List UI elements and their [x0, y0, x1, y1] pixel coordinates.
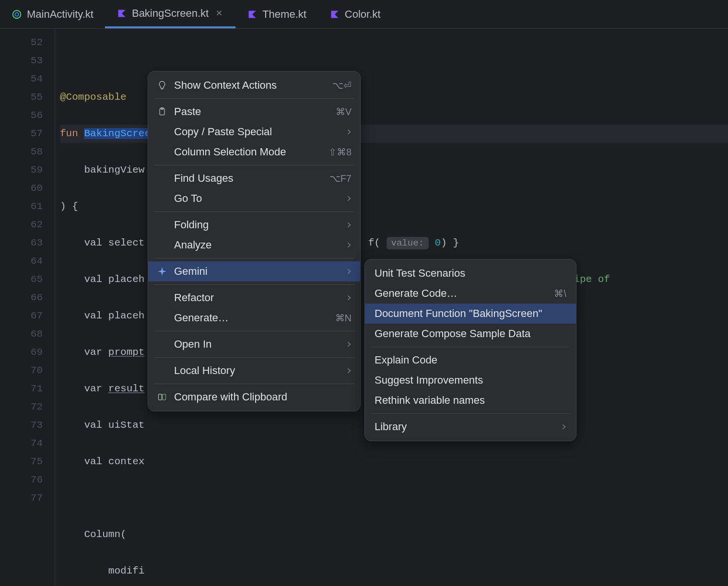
- menu-item-label: Local History: [174, 364, 340, 377]
- menu-item-label: Suggest Improvements: [375, 374, 566, 387]
- menu-item-show-context-actions[interactable]: Show Context Actions⌥⏎: [148, 75, 360, 95]
- menu-item-local-history[interactable]: Local History: [148, 361, 360, 381]
- menu-separator: [154, 258, 354, 258]
- line-number: 62: [0, 216, 43, 234]
- function-name: BakingScreen: [84, 128, 156, 139]
- menu-item-column-selection-mode[interactable]: Column Selection Mode⇧⌘8: [148, 142, 360, 162]
- menu-shortcut: ⌥⏎: [332, 80, 352, 91]
- menu-item-label: Show Context Actions: [174, 79, 326, 92]
- menu-item-label: Paste: [174, 105, 329, 118]
- tab-color[interactable]: Color.kt: [318, 0, 392, 28]
- line-number: 60: [0, 179, 43, 198]
- tab-label: Color.kt: [345, 8, 381, 21]
- clipboard-icon: [157, 106, 167, 117]
- annotation: @Composable: [60, 92, 127, 103]
- menu-item-label: Explain Code: [375, 354, 566, 366]
- line-number: 67: [0, 307, 43, 325]
- menu-item-analyze[interactable]: Analyze: [148, 235, 360, 255]
- tab-bakingscreen[interactable]: BakingScreen.kt: [105, 0, 235, 28]
- line-number: 69: [0, 343, 43, 362]
- line-number: 64: [0, 252, 43, 270]
- menu-item-label: Compare with Clipboard: [174, 391, 352, 403]
- line-number: 76: [0, 471, 43, 489]
- menu-item-library[interactable]: Library: [365, 417, 576, 437]
- menu-item-paste[interactable]: Paste⌘V: [148, 102, 360, 122]
- menu-item-label: Unit Test Scenarios: [375, 267, 566, 280]
- line-number: 74: [0, 434, 43, 453]
- close-icon[interactable]: [215, 9, 224, 18]
- menu-item-generate-code[interactable]: Generate Code…⌘\: [365, 283, 576, 304]
- menu-item-generate-compose-sample-data[interactable]: Generate Compose Sample Data: [365, 324, 576, 344]
- menu-item-label: Folding: [174, 219, 340, 231]
- menu-item-explain-code[interactable]: Explain Code: [365, 350, 576, 370]
- line-number-gutter: 5253545556575859606162636465666768697071…: [0, 29, 55, 586]
- line-number: 75: [0, 453, 43, 471]
- gemini-submenu: Unit Test ScenariosGenerate Code…⌘\Docum…: [364, 259, 576, 441]
- menu-item-refactor[interactable]: Refactor: [148, 288, 360, 308]
- line-number: 63: [0, 234, 43, 252]
- chevron-right-icon: [347, 129, 352, 134]
- line-number: 54: [0, 70, 43, 88]
- keyword: fun: [60, 128, 84, 139]
- line-number: 72: [0, 398, 43, 416]
- menu-item-label: Refactor: [174, 292, 340, 304]
- kotlin-icon: [247, 9, 258, 20]
- tab-theme[interactable]: Theme.kt: [235, 0, 318, 28]
- menu-item-label: Document Function "BakingScreen": [375, 307, 566, 320]
- menu-separator: [154, 357, 354, 358]
- chevron-right-icon: [347, 196, 352, 201]
- line-number: 71: [0, 380, 43, 398]
- kotlin-icon: [117, 8, 127, 19]
- line-number: 77: [0, 489, 43, 507]
- menu-item-copy-paste-special[interactable]: Copy / Paste Special: [148, 122, 360, 142]
- parameter-hint: value:: [387, 237, 429, 249]
- tab-mainactivity[interactable]: MainActivity.kt: [0, 0, 105, 28]
- chevron-right-icon: [562, 424, 566, 429]
- line-number: 73: [0, 416, 43, 434]
- kotlin-icon: [329, 9, 340, 20]
- chevron-right-icon: [347, 269, 352, 274]
- menu-item-compare-with-clipboard[interactable]: Compare with Clipboard: [148, 387, 360, 407]
- menu-item-label: Column Selection Mode: [174, 146, 322, 158]
- menu-item-label: Go To: [174, 192, 340, 205]
- tab-label: Theme.kt: [262, 8, 306, 21]
- menu-shortcut: ⇧⌘8: [329, 146, 352, 158]
- line-number: 66: [0, 289, 43, 307]
- compose-icon: [12, 9, 22, 20]
- editor-area: 5253545556575859606162636465666768697071…: [0, 29, 728, 586]
- line-number: 70: [0, 362, 43, 380]
- menu-item-label: Gemini: [174, 265, 340, 278]
- line-number: 65: [0, 270, 43, 289]
- menu-item-label: Open In: [174, 338, 340, 351]
- menu-item-open-in[interactable]: Open In: [148, 334, 360, 354]
- svg-rect-4: [159, 394, 162, 400]
- menu-item-suggest-improvements[interactable]: Suggest Improvements: [365, 370, 576, 390]
- menu-item-find-usages[interactable]: Find Usages⌥F7: [148, 168, 360, 188]
- menu-shortcut: ⌘N: [335, 312, 352, 324]
- menu-item-document-function-bakingscreen[interactable]: Document Function "BakingScreen": [365, 304, 576, 324]
- menu-item-unit-test-scenarios[interactable]: Unit Test Scenarios: [365, 263, 576, 283]
- chevron-right-icon: [347, 295, 352, 300]
- menu-shortcut: ⌘V: [336, 106, 352, 117]
- chevron-right-icon: [347, 368, 352, 373]
- line-number: 61: [0, 198, 43, 216]
- menu-item-gemini[interactable]: Gemini: [148, 261, 360, 281]
- menu-item-label: Rethink variable names: [375, 394, 566, 407]
- line-number: 59: [0, 161, 43, 179]
- svg-point-1: [15, 12, 18, 16]
- tab-label: BakingScreen.kt: [132, 7, 209, 20]
- menu-item-go-to[interactable]: Go To: [148, 188, 360, 209]
- bulb-icon: [157, 80, 167, 91]
- menu-item-folding[interactable]: Folding: [148, 215, 360, 235]
- menu-item-rethink-variable-names[interactable]: Rethink variable names: [365, 390, 576, 410]
- svg-rect-5: [163, 394, 166, 400]
- menu-separator: [154, 98, 354, 99]
- menu-item-generate[interactable]: Generate…⌘N: [148, 308, 360, 328]
- menu-separator: [371, 347, 570, 347]
- line-number: 55: [0, 88, 43, 106]
- line-number: 52: [0, 34, 43, 52]
- menu-item-label: Find Usages: [174, 172, 323, 185]
- svg-point-0: [13, 10, 21, 18]
- sparkle-icon: [157, 266, 167, 277]
- context-menu: Show Context Actions⌥⏎Paste⌘VCopy / Past…: [148, 71, 361, 411]
